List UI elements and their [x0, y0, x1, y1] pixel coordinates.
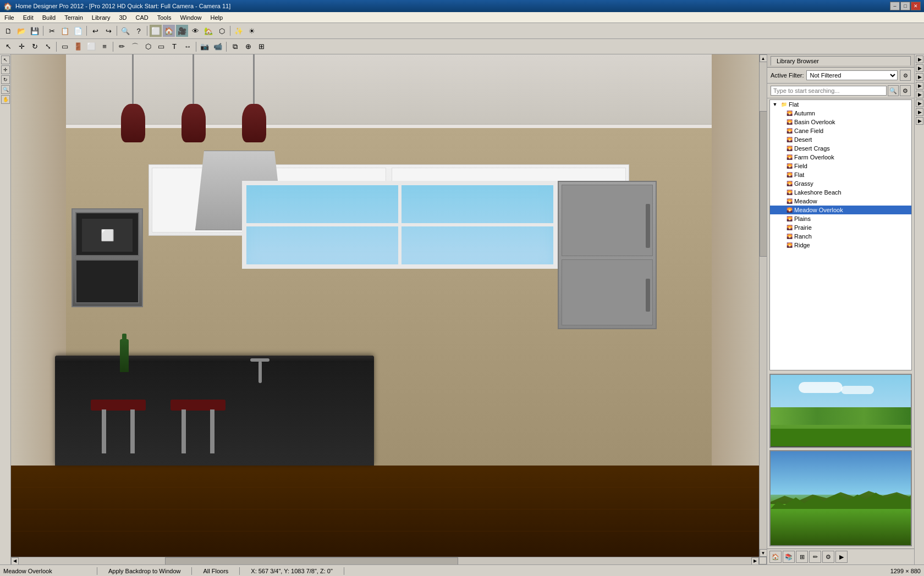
3d-view-button[interactable]: 🎥: [176, 25, 188, 37]
sun-angle-button[interactable]: ☀: [246, 25, 258, 37]
open-button[interactable]: 📂: [15, 25, 28, 37]
draw-line-button[interactable]: ✏: [116, 41, 128, 53]
door-button[interactable]: 🚪: [72, 41, 84, 53]
menu-item-3d[interactable]: 3D: [114, 13, 131, 22]
menu-item-window[interactable]: Window: [175, 13, 206, 22]
stretch-button[interactable]: ⤡: [42, 41, 54, 53]
text-button[interactable]: T: [168, 41, 180, 53]
vscroll-up-btn[interactable]: ▲: [760, 54, 767, 62]
tree-item-prairie[interactable]: 🌄 Prairie: [770, 223, 911, 232]
right-icon-5[interactable]: ▶: [916, 91, 923, 98]
copy-button[interactable]: 📋: [59, 25, 71, 37]
close-button[interactable]: ✕: [911, 2, 921, 10]
tree-item-ranch[interactable]: 🌄 Ranch: [770, 232, 911, 241]
move-button[interactable]: ✛: [15, 41, 28, 53]
walk-through-button[interactable]: 👁: [189, 25, 201, 37]
lib-place-btn[interactable]: ▶: [835, 551, 848, 563]
right-icon-2[interactable]: ▶: [916, 64, 923, 72]
search-button[interactable]: 🔍: [888, 85, 899, 96]
isometric-button[interactable]: ⬡: [216, 25, 228, 37]
menu-item-cad[interactable]: CAD: [131, 13, 152, 22]
grid-button[interactable]: ⊞: [255, 41, 267, 53]
library-browser-tab[interactable]: Library Browser: [771, 56, 911, 65]
stair-button[interactable]: ≡: [98, 41, 111, 53]
viewport-vscroll[interactable]: ▲ ▼: [759, 54, 767, 557]
filter-select[interactable]: Not Filtered: [806, 70, 898, 80]
render-button[interactable]: ✨: [233, 25, 245, 37]
tree-item-meadow-overlook[interactable]: 🌄 Meadow Overlook: [770, 206, 911, 214]
draw-rect-button[interactable]: ▭: [155, 41, 167, 53]
tree-item-grassy[interactable]: 🌄 Grassy: [770, 179, 911, 188]
right-icon-1[interactable]: ▶: [916, 56, 923, 63]
menu-item-edit[interactable]: Edit: [19, 13, 38, 22]
hscroll-thumb[interactable]: [165, 557, 458, 565]
lib-library-btn[interactable]: 📚: [783, 551, 795, 563]
floor-plan-button[interactable]: ⬜: [150, 25, 162, 37]
tree-item-autumn[interactable]: 🌄 Autumn: [770, 109, 911, 118]
tree-item-farm[interactable]: 🌄 Farm Overlook: [770, 153, 911, 162]
side-rotate-btn[interactable]: ↻: [1, 75, 10, 84]
new-button[interactable]: 🗋: [2, 25, 14, 37]
side-pan-btn[interactable]: ✋: [1, 95, 10, 104]
minimize-button[interactable]: –: [890, 2, 900, 10]
redo-button[interactable]: ↪: [102, 25, 114, 37]
hscroll-right-btn[interactable]: ▶: [751, 557, 759, 565]
cut-button[interactable]: ✂: [46, 25, 58, 37]
tree-item-desert-crags[interactable]: 🌄 Desert Crags: [770, 144, 911, 153]
viewport-hscroll[interactable]: ◀ ▶: [11, 557, 759, 564]
filter-icon-btn[interactable]: ⚙: [900, 70, 911, 81]
tree-item-meadow[interactable]: 🌄 Meadow: [770, 197, 911, 206]
tree-item-lakeshore[interactable]: 🌄 Lakeshore Beach: [770, 188, 911, 197]
elevation-camera-button[interactable]: 📹: [212, 41, 224, 53]
lib-edit-btn[interactable]: ✏: [809, 551, 821, 563]
tree-item-flat[interactable]: 🌄 Flat: [770, 170, 911, 179]
right-icon-7[interactable]: ▶: [916, 108, 923, 116]
doll-house-button[interactable]: 🏡: [202, 25, 215, 37]
menu-item-tools[interactable]: Tools: [153, 13, 176, 22]
search-options-btn[interactable]: ⚙: [900, 85, 911, 96]
menu-item-terrain[interactable]: Terrain: [60, 13, 87, 22]
camera-button[interactable]: 📷: [199, 41, 211, 53]
rotate-button[interactable]: ↻: [29, 41, 41, 53]
tree-item-canefield[interactable]: 🌄 Cane Field: [770, 126, 911, 135]
lib-view-btn[interactable]: ⊞: [796, 551, 808, 563]
draw-arc-button[interactable]: ⌒: [129, 41, 141, 53]
snap-button[interactable]: ⊕: [242, 41, 254, 53]
tree-item-desert[interactable]: 🌄 Desert: [770, 135, 911, 144]
maximize-button[interactable]: □: [900, 2, 910, 10]
help-button[interactable]: ?: [133, 25, 145, 37]
hscroll-left-btn[interactable]: ◀: [11, 557, 19, 565]
tree-item-flat-folder[interactable]: ▼ 📁 Flat: [770, 100, 911, 109]
tree-item-field[interactable]: 🌄 Field: [770, 162, 911, 170]
right-icon-3[interactable]: ▶: [916, 73, 923, 81]
side-zoom-btn[interactable]: 🔍: [1, 85, 10, 94]
tree-item-basin[interactable]: 🌄 Basin Overlook: [770, 118, 911, 126]
undo-button[interactable]: ↩: [89, 25, 101, 37]
vscroll-down-btn[interactable]: ▼: [760, 549, 767, 557]
menu-item-library[interactable]: Library: [87, 13, 115, 22]
lib-settings-btn[interactable]: ⚙: [822, 551, 834, 563]
paste-button[interactable]: 📄: [72, 25, 84, 37]
search-input[interactable]: [771, 86, 887, 96]
menu-item-help[interactable]: Help: [206, 13, 228, 22]
draw-poly-button[interactable]: ⬡: [142, 41, 154, 53]
vscroll-thumb[interactable]: [760, 111, 767, 257]
wall-button[interactable]: ▭: [59, 41, 71, 53]
tree-item-ridge[interactable]: 🌄 Ridge: [770, 241, 911, 250]
elevation-button[interactable]: 🏠: [163, 25, 175, 37]
menu-item-file[interactable]: File: [0, 13, 19, 22]
preview-thumb-2[interactable]: [769, 450, 912, 546]
dim-button[interactable]: ↔: [182, 41, 194, 53]
right-icon-6[interactable]: ▶: [916, 99, 923, 107]
right-icon-4[interactable]: ▶: [916, 82, 923, 90]
window-button[interactable]: ⬜: [85, 41, 97, 53]
side-select-btn[interactable]: ↖: [1, 56, 10, 64]
zoom-button[interactable]: 🔍: [119, 25, 131, 37]
select-button[interactable]: ↖: [2, 41, 14, 53]
library-tree[interactable]: ▼ 📁 Flat 🌄 Autumn 🌄 Basin Overlook 🌄 Can…: [769, 99, 912, 370]
tree-item-plains[interactable]: 🌄 Plains: [770, 214, 911, 223]
layer-button[interactable]: ⧉: [229, 41, 241, 53]
lib-home-btn[interactable]: 🏠: [769, 551, 782, 563]
save-button[interactable]: 💾: [29, 25, 41, 37]
preview-thumb-1[interactable]: [769, 374, 912, 448]
